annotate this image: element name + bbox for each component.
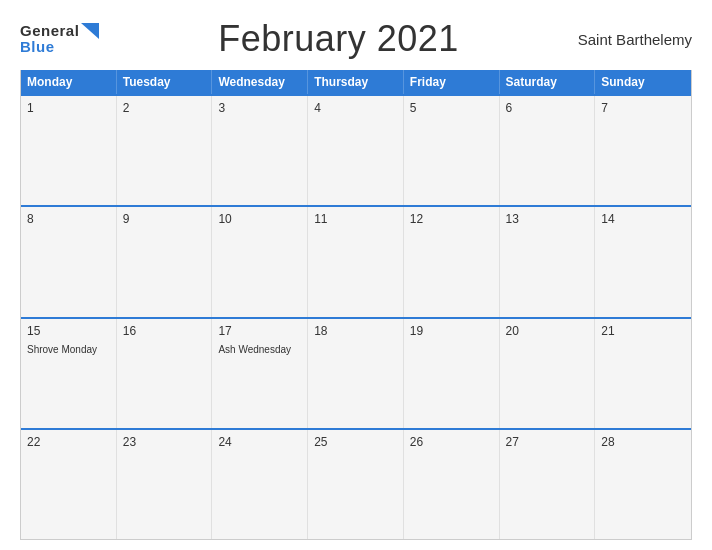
calendar-cell: 8: [21, 207, 117, 316]
calendar-header-cell: Friday: [404, 70, 500, 94]
logo-blue-text: Blue: [20, 39, 55, 56]
svg-marker-0: [81, 23, 99, 39]
calendar-cell: 11: [308, 207, 404, 316]
day-number: 24: [218, 435, 301, 449]
calendar-cell: 4: [308, 96, 404, 205]
day-number: 1: [27, 101, 110, 115]
day-number: 6: [506, 101, 589, 115]
calendar-week-3: 15Shrove Monday1617Ash Wednesday18192021: [21, 317, 691, 428]
day-number: 19: [410, 324, 493, 338]
calendar-cell: 10: [212, 207, 308, 316]
event-label: Shrove Monday: [27, 343, 110, 356]
event-label: Ash Wednesday: [218, 343, 301, 356]
header: General Blue February 2021 Saint Barthel…: [20, 18, 692, 60]
day-number: 7: [601, 101, 685, 115]
month-title: February 2021: [218, 18, 459, 60]
calendar-cell: 7: [595, 96, 691, 205]
day-number: 11: [314, 212, 397, 226]
calendar-cell: 13: [500, 207, 596, 316]
day-number: 21: [601, 324, 685, 338]
logo: General Blue: [20, 23, 99, 56]
calendar-cell: 18: [308, 319, 404, 428]
calendar-cell: 24: [212, 430, 308, 539]
calendar-header-cell: Wednesday: [212, 70, 308, 94]
day-number: 9: [123, 212, 206, 226]
day-number: 20: [506, 324, 589, 338]
day-number: 25: [314, 435, 397, 449]
calendar-week-4: 22232425262728: [21, 428, 691, 539]
calendar-cell: 21: [595, 319, 691, 428]
calendar-header-cell: Tuesday: [117, 70, 213, 94]
day-number: 17: [218, 324, 301, 338]
day-number: 4: [314, 101, 397, 115]
calendar-header-cell: Sunday: [595, 70, 691, 94]
calendar-week-1: 1234567: [21, 94, 691, 205]
calendar-cell: 28: [595, 430, 691, 539]
day-number: 27: [506, 435, 589, 449]
calendar-cell: 20: [500, 319, 596, 428]
logo-flag-icon: [81, 23, 99, 39]
calendar-cell: 15Shrove Monday: [21, 319, 117, 428]
calendar: MondayTuesdayWednesdayThursdayFridaySatu…: [20, 70, 692, 540]
day-number: 22: [27, 435, 110, 449]
calendar-cell: 23: [117, 430, 213, 539]
calendar-cell: 3: [212, 96, 308, 205]
day-number: 13: [506, 212, 589, 226]
calendar-cell: 5: [404, 96, 500, 205]
calendar-cell: 14: [595, 207, 691, 316]
region-label: Saint Barthelemy: [578, 31, 692, 48]
day-number: 26: [410, 435, 493, 449]
day-number: 3: [218, 101, 301, 115]
calendar-header-cell: Monday: [21, 70, 117, 94]
calendar-cell: 12: [404, 207, 500, 316]
calendar-cell: 17Ash Wednesday: [212, 319, 308, 428]
calendar-week-2: 891011121314: [21, 205, 691, 316]
calendar-header-cell: Saturday: [500, 70, 596, 94]
calendar-cell: 19: [404, 319, 500, 428]
calendar-cell: 2: [117, 96, 213, 205]
day-number: 28: [601, 435, 685, 449]
calendar-page: General Blue February 2021 Saint Barthel…: [0, 0, 712, 550]
calendar-cell: 1: [21, 96, 117, 205]
calendar-cell: 6: [500, 96, 596, 205]
calendar-header: MondayTuesdayWednesdayThursdayFridaySatu…: [21, 70, 691, 94]
day-number: 16: [123, 324, 206, 338]
day-number: 12: [410, 212, 493, 226]
day-number: 8: [27, 212, 110, 226]
day-number: 2: [123, 101, 206, 115]
calendar-cell: 22: [21, 430, 117, 539]
calendar-cell: 26: [404, 430, 500, 539]
day-number: 23: [123, 435, 206, 449]
day-number: 18: [314, 324, 397, 338]
day-number: 10: [218, 212, 301, 226]
calendar-cell: 25: [308, 430, 404, 539]
calendar-body: 123456789101112131415Shrove Monday1617As…: [21, 94, 691, 539]
calendar-header-cell: Thursday: [308, 70, 404, 94]
calendar-cell: 16: [117, 319, 213, 428]
day-number: 5: [410, 101, 493, 115]
day-number: 14: [601, 212, 685, 226]
day-number: 15: [27, 324, 110, 338]
calendar-cell: 27: [500, 430, 596, 539]
calendar-cell: 9: [117, 207, 213, 316]
logo-general-text: General: [20, 23, 79, 40]
